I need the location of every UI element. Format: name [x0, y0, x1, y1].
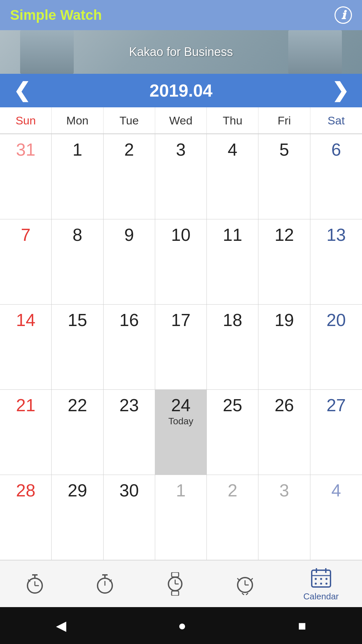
cal-cell-w0d1[interactable]: 1	[52, 134, 103, 219]
cal-cell-w1d3[interactable]: 10	[155, 219, 207, 305]
svg-point-32	[325, 583, 327, 585]
calendar-icon	[309, 566, 333, 589]
calendar-grid: 3112345678910111213141516171819202122232…	[0, 134, 362, 560]
cal-date: 30	[119, 482, 139, 499]
cal-cell-w4d6[interactable]: 4	[310, 475, 362, 560]
cal-cell-w2d2[interactable]: 16	[104, 305, 155, 390]
svg-rect-11	[172, 572, 179, 577]
cal-cell-w2d6[interactable]: 20	[310, 305, 362, 390]
nav-item-stopwatch[interactable]	[23, 572, 47, 596]
cal-cell-w0d4[interactable]: 4	[207, 134, 258, 219]
info-icon[interactable]: ℹ	[335, 6, 352, 24]
cal-cell-w1d0[interactable]: 7	[0, 219, 52, 305]
day-header-fri: Fri	[258, 107, 310, 133]
cal-date: 6	[331, 141, 341, 158]
sys-nav: ◀ ● ■	[0, 607, 362, 644]
cal-date: 31	[16, 141, 36, 158]
back-button[interactable]: ◀	[56, 618, 66, 633]
cal-cell-w0d6[interactable]: 6	[310, 134, 362, 219]
prev-month-button[interactable]: ❮	[13, 80, 30, 101]
cal-cell-w3d0[interactable]: 21	[0, 390, 52, 475]
today-label: Today	[168, 416, 193, 427]
next-month-button[interactable]: ❯	[332, 80, 349, 101]
nav-item-timer[interactable]	[93, 572, 117, 596]
cal-cell-w0d5[interactable]: 5	[258, 134, 310, 219]
cal-cell-w3d5[interactable]: 26	[258, 390, 310, 475]
cal-cell-w2d5[interactable]: 19	[258, 305, 310, 390]
nav-item-watch[interactable]	[163, 572, 187, 596]
alarm-icon	[233, 572, 257, 596]
cal-date: 4	[331, 482, 341, 499]
month-nav: ❮ 2019.04 ❯	[0, 74, 362, 107]
cal-date: 26	[275, 396, 294, 414]
ad-banner-text[interactable]: Kakao for Business	[129, 45, 233, 59]
cal-date: 19	[275, 311, 294, 329]
cal-date: 1	[176, 482, 186, 499]
ad-person-right	[288, 30, 342, 74]
cal-date: 11	[223, 226, 242, 244]
svg-line-21	[242, 593, 244, 595]
cal-date: 10	[171, 226, 191, 244]
cal-cell-w3d1[interactable]: 22	[52, 390, 103, 475]
stopwatch-icon	[23, 572, 47, 596]
cal-cell-w4d1[interactable]: 29	[52, 475, 103, 560]
cal-cell-w2d3[interactable]: 17	[155, 305, 207, 390]
cal-cell-w4d0[interactable]: 28	[0, 475, 52, 560]
cal-cell-w4d4[interactable]: 2	[207, 475, 258, 560]
cal-date: 20	[326, 311, 346, 329]
cal-date: 17	[171, 311, 191, 329]
ad-banner: Kakao for Business	[0, 30, 362, 74]
day-header-sun: Sun	[0, 107, 52, 133]
calendar-container: SunMonTueWedThuFriSat 311234567891011121…	[0, 107, 362, 560]
svg-point-29	[325, 578, 327, 580]
cal-date: 15	[68, 311, 87, 329]
cal-date: 9	[124, 226, 134, 244]
cal-date: 8	[72, 226, 82, 244]
bottom-nav: Calendar	[0, 560, 362, 607]
day-header-thu: Thu	[207, 107, 258, 133]
timer-icon	[93, 572, 117, 596]
cal-cell-w2d4[interactable]: 18	[207, 305, 258, 390]
nav-item-alarm[interactable]	[233, 572, 257, 596]
svg-point-31	[320, 583, 322, 585]
cal-cell-w0d0[interactable]: 31	[0, 134, 52, 219]
cal-cell-w3d3[interactable]: 24Today	[155, 390, 207, 475]
cal-cell-w1d2[interactable]: 9	[104, 219, 155, 305]
cal-cell-w4d3[interactable]: 1	[155, 475, 207, 560]
day-header-wed: Wed	[155, 107, 207, 133]
cal-cell-w1d1[interactable]: 8	[52, 219, 103, 305]
cal-cell-w3d4[interactable]: 25	[207, 390, 258, 475]
calendar-nav-label: Calendar	[303, 591, 339, 602]
nav-item-calendar[interactable]: Calendar	[303, 566, 339, 602]
cal-date: 23	[119, 396, 139, 414]
month-label: 2019.04	[149, 80, 213, 101]
cal-cell-w2d0[interactable]: 14	[0, 305, 52, 390]
cal-date: 18	[223, 311, 242, 329]
cal-date: 2	[228, 482, 237, 499]
cal-date: 29	[68, 482, 87, 499]
cal-cell-w1d6[interactable]: 13	[310, 219, 362, 305]
cal-cell-w3d2[interactable]: 23	[104, 390, 155, 475]
cal-date: 24	[171, 396, 191, 414]
cal-cell-w1d4[interactable]: 11	[207, 219, 258, 305]
svg-rect-12	[172, 591, 179, 596]
cal-date: 13	[326, 226, 346, 244]
app-bar: Simple Watch ℹ	[0, 0, 362, 30]
recent-button[interactable]: ■	[298, 618, 306, 633]
cal-date: 27	[326, 396, 346, 414]
watch-icon	[163, 572, 187, 596]
cal-date: 12	[275, 226, 294, 244]
home-button[interactable]: ●	[178, 618, 186, 633]
day-headers: SunMonTueWedThuFriSat	[0, 107, 362, 134]
cal-cell-w4d2[interactable]: 30	[104, 475, 155, 560]
cal-date: 28	[16, 482, 36, 499]
cal-cell-w0d3[interactable]: 3	[155, 134, 207, 219]
day-header-mon: Mon	[52, 107, 103, 133]
cal-date: 3	[176, 141, 186, 158]
cal-cell-w1d5[interactable]: 12	[258, 219, 310, 305]
cal-cell-w2d1[interactable]: 15	[52, 305, 103, 390]
cal-cell-w0d2[interactable]: 2	[104, 134, 155, 219]
cal-cell-w4d5[interactable]: 3	[258, 475, 310, 560]
cal-date: 21	[16, 396, 36, 414]
cal-cell-w3d6[interactable]: 27	[310, 390, 362, 475]
